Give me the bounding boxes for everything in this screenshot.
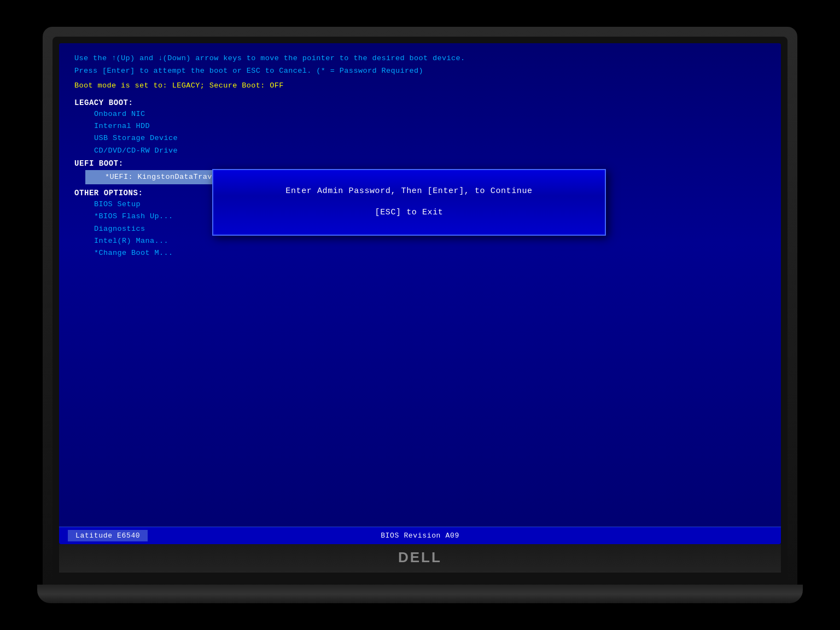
legacy-header: LEGACY BOOT: (74, 98, 766, 107)
dell-logo-area: DELL (59, 544, 781, 573)
boot-mode-line: Boot mode is set to: LEGACY; Secure Boot… (74, 81, 766, 90)
laptop-outer: Use the ↑(Up) and ↓(Down) arrow keys to … (43, 27, 797, 585)
svg-text:DELL: DELL (398, 549, 442, 564)
uefi-header: UEFI BOOT: (74, 159, 766, 168)
instruction-line-2: Press [Enter] to attempt the boot or ESC… (74, 66, 766, 77)
bios-revision-label: BIOS Revision A09 (381, 532, 459, 540)
screen: Use the ↑(Up) and ↓(Down) arrow keys to … (59, 43, 781, 544)
other-intel-me[interactable]: Intel(R) Mana... (74, 235, 766, 247)
legacy-item-hdd[interactable]: Internal HDD (74, 120, 766, 132)
dell-logo: DELL (398, 549, 442, 568)
screen-content: Use the ↑(Up) and ↓(Down) arrow keys to … (59, 43, 781, 527)
legacy-item-cddvd[interactable]: CD/DVD/CD-RW Drive (74, 145, 766, 157)
laptop-bottom (37, 585, 803, 603)
status-bar: Latitude E6540 BIOS Revision A09 (59, 527, 781, 544)
password-dialog: Enter Admin Password, Then [Enter], to C… (212, 169, 606, 236)
other-change-boot[interactable]: *Change Boot M... (74, 247, 766, 259)
instruction-line-1: Use the ↑(Up) and ↓(Down) arrow keys to … (74, 53, 766, 65)
legacy-item-usb[interactable]: USB Storage Device (74, 132, 766, 144)
model-label: Latitude E6540 (68, 530, 148, 541)
dialog-line-1: Enter Admin Password, Then [Enter], to C… (285, 185, 532, 198)
dialog-line-2: [ESC] to Exit (375, 208, 444, 217)
legacy-item-nic[interactable]: Onboard NIC (74, 108, 766, 120)
screen-bezel: Use the ↑(Up) and ↓(Down) arrow keys to … (52, 37, 788, 579)
